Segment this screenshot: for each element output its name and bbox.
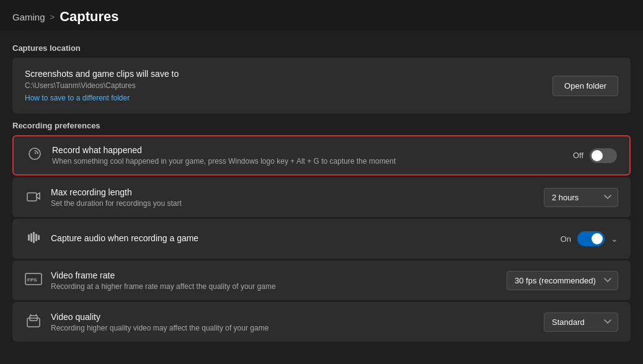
svg-text:FPS: FPS: [27, 277, 37, 283]
svg-rect-8: [38, 235, 40, 240]
page-title: Captures: [60, 9, 118, 25]
captures-location-info: Screenshots and game clips will save to …: [25, 69, 179, 102]
audio-icon: [25, 231, 42, 247]
video-quality-label: Video quality: [51, 312, 268, 322]
max-recording-sublabel: Set the duration for recordings you star…: [51, 199, 182, 208]
video-quality-sublabel: Recording higher quality video may affec…: [51, 324, 268, 332]
audio-toggle[interactable]: [577, 231, 605, 246]
captures-location-link[interactable]: How to save to a different folder: [25, 94, 130, 102]
svg-rect-7: [35, 234, 37, 241]
captures-location-card: Screenshots and game clips will save to …: [12, 58, 631, 113]
video-frame-rate-row: FPS Video frame rate Recording at a high…: [12, 260, 631, 300]
quality-icon: [25, 314, 42, 331]
camera-icon: [25, 190, 42, 205]
max-recording-dropdown[interactable]: 30 minutes 1 hour 2 hours 4 hours: [544, 188, 618, 207]
fps-icon: FPS: [25, 273, 42, 288]
recording-preferences-title: Recording preferences: [12, 121, 631, 130]
svg-rect-5: [30, 233, 32, 242]
svg-marker-1: [35, 152, 37, 154]
record-what-happened-sublabel: When something cool happened in your gam…: [52, 157, 396, 166]
captures-location-path: C:\Users\Tuanm\Videos\Captures: [25, 81, 179, 90]
audio-toggle-label: On: [561, 234, 571, 244]
record-toggle[interactable]: [590, 148, 617, 163]
capture-audio-label: Capture audio when recording a game: [51, 233, 198, 243]
header: Gaming > Captures: [0, 0, 643, 31]
record-icon: [26, 147, 43, 164]
video-frame-rate-sublabel: Recording at a higher frame rate may aff…: [51, 282, 276, 291]
svg-rect-11: [27, 318, 40, 327]
video-quality-dropdown[interactable]: Standard High: [544, 313, 618, 332]
record-toggle-label: Off: [573, 151, 583, 160]
captures-location-title: Captures location: [12, 43, 631, 53]
record-what-happened-row: Record what happened When something cool…: [12, 135, 631, 175]
svg-rect-6: [33, 232, 35, 243]
main-content: Captures location Screenshots and game c…: [0, 31, 643, 350]
record-what-happened-label: Record what happened: [52, 145, 396, 155]
video-frame-rate-dropdown[interactable]: 30 fps (recommended) 60 fps: [507, 271, 618, 290]
video-frame-rate-label: Video frame rate: [51, 270, 276, 280]
svg-rect-4: [28, 234, 30, 241]
max-recording-length-row: Max recording length Set the duration fo…: [12, 177, 631, 217]
captures-location-description: Screenshots and game clips will save to: [25, 69, 179, 79]
breadcrumb-separator: >: [50, 12, 55, 22]
breadcrumb-parent: Gaming: [12, 12, 45, 22]
open-folder-button[interactable]: Open folder: [552, 76, 618, 96]
video-quality-row: Video quality Recording higher quality v…: [12, 302, 631, 342]
svg-rect-2: [27, 193, 37, 201]
capture-audio-row: Capture audio when recording a game On ⌄: [12, 219, 631, 259]
audio-expand-icon[interactable]: ⌄: [611, 234, 618, 244]
max-recording-label: Max recording length: [51, 187, 182, 197]
